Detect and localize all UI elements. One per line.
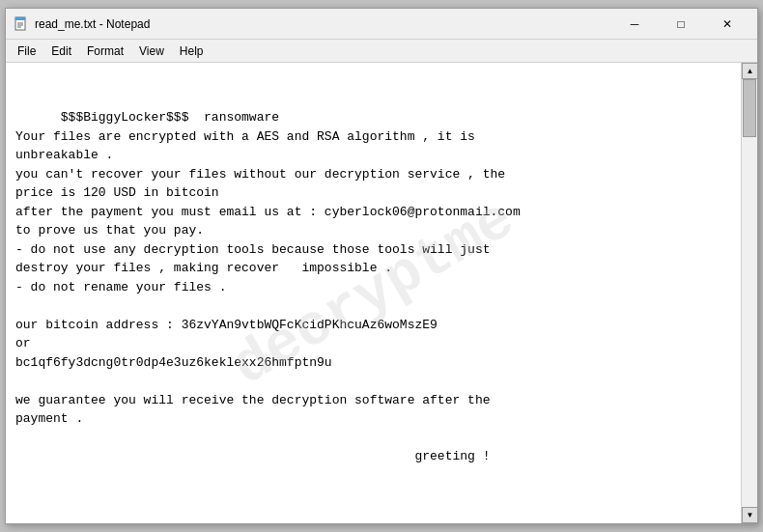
window-controls: ─ □ ✕	[612, 9, 749, 40]
scrollbar-thumb[interactable]	[743, 79, 756, 137]
menu-view[interactable]: View	[131, 42, 172, 60]
document-text: $$$BiggyLocker$$$ ransomware Your files …	[15, 110, 521, 463]
notepad-window: read_me.txt - Notepad ─ □ ✕ File Edit Fo…	[5, 8, 758, 524]
window-title: read_me.txt - Notepad	[35, 17, 612, 31]
scroll-up-button[interactable]: ▲	[742, 63, 757, 79]
close-button[interactable]: ✕	[705, 9, 749, 40]
svg-rect-1	[15, 17, 25, 20]
app-icon	[14, 16, 29, 32]
menu-bar: File Edit Format View Help	[6, 40, 757, 63]
minimize-button[interactable]: ─	[612, 9, 657, 40]
menu-help[interactable]: Help	[172, 42, 212, 60]
text-editor[interactable]: decryptme $$$BiggyLocker$$$ ransomware Y…	[6, 63, 741, 523]
content-area: decryptme $$$BiggyLocker$$$ ransomware Y…	[6, 63, 757, 523]
menu-format[interactable]: Format	[79, 42, 131, 60]
title-bar: read_me.txt - Notepad ─ □ ✕	[6, 9, 757, 40]
menu-edit[interactable]: Edit	[43, 42, 79, 60]
scrollbar-track[interactable]	[742, 79, 757, 507]
menu-file[interactable]: File	[10, 42, 43, 60]
maximize-button[interactable]: □	[659, 9, 703, 40]
scrollbar: ▲ ▼	[741, 63, 757, 523]
scroll-down-button[interactable]: ▼	[742, 507, 757, 523]
